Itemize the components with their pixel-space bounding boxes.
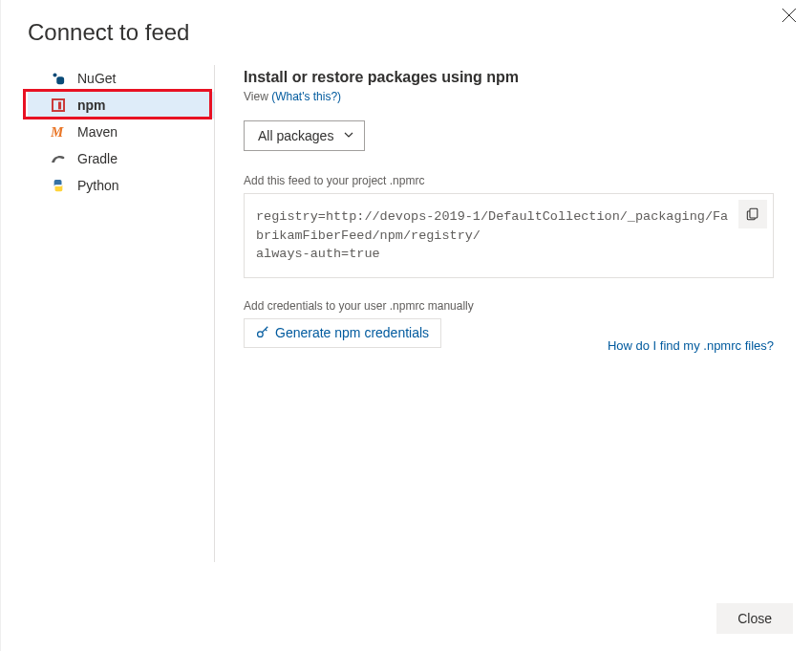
generate-credentials-label: Generate npm credentials xyxy=(275,325,429,340)
main-panel: Install or restore packages using npm Vi… xyxy=(244,65,774,581)
code-content: registry=http://devops-2019-1/DefaultCol… xyxy=(256,209,728,261)
svg-line-10 xyxy=(266,329,267,331)
npm-icon xyxy=(51,98,66,113)
section-title: Install or restore packages using npm xyxy=(244,69,774,86)
sidebar-item-gradle[interactable]: Gradle xyxy=(28,145,214,172)
sidebar-item-nuget[interactable]: NuGet xyxy=(28,65,214,92)
view-line: View (What's this?) xyxy=(244,90,774,103)
sidebar-item-python[interactable]: Python xyxy=(28,172,214,199)
sidebar-item-label: NuGet xyxy=(77,71,116,86)
close-icon-button[interactable] xyxy=(781,8,797,23)
nuget-icon xyxy=(51,71,66,86)
project-npmrc-hint: Add this feed to your project .npmrc xyxy=(244,174,774,187)
copy-icon xyxy=(746,207,759,221)
view-label: View xyxy=(244,90,268,103)
dialog-title: Connect to feed xyxy=(1,0,812,65)
svg-text:M: M xyxy=(51,125,64,139)
chevron-down-icon xyxy=(343,128,354,143)
maven-icon: M xyxy=(51,124,66,140)
gradle-icon xyxy=(51,151,66,166)
view-scope-dropdown[interactable]: All packages xyxy=(244,120,365,151)
generate-credentials-button[interactable]: Generate npm credentials xyxy=(244,318,441,348)
dialog-footer: Close xyxy=(716,603,793,634)
svg-rect-7 xyxy=(750,208,758,218)
key-icon xyxy=(256,325,269,341)
whats-this-link[interactable]: (What's this?) xyxy=(271,90,341,103)
close-icon xyxy=(781,8,797,23)
close-button[interactable]: Close xyxy=(716,603,793,634)
sidebar-item-label: npm xyxy=(77,98,106,113)
npmrc-code-block: registry=http://devops-2019-1/DefaultCol… xyxy=(244,193,774,278)
svg-point-8 xyxy=(258,332,264,337)
sidebar-item-label: Maven xyxy=(77,124,118,140)
copy-button[interactable] xyxy=(738,200,767,228)
svg-rect-3 xyxy=(56,76,64,84)
sidebar-item-npm[interactable]: npm xyxy=(28,92,214,119)
sidebar-item-label: Python xyxy=(77,178,119,193)
sidebar: NuGet npm M Maven xyxy=(28,65,214,581)
svg-point-2 xyxy=(53,73,56,76)
vertical-divider xyxy=(214,65,215,562)
connect-to-feed-dialog: Connect to feed NuGet npm xyxy=(0,0,812,651)
sidebar-item-maven[interactable]: M Maven xyxy=(28,119,214,145)
sidebar-item-label: Gradle xyxy=(77,151,118,166)
python-icon xyxy=(51,178,66,193)
svg-rect-5 xyxy=(58,102,61,110)
user-npmrc-hint: Add credentials to your user .npmrc manu… xyxy=(244,299,774,313)
find-npmrc-help-link[interactable]: How do I find my .npmrc files? xyxy=(608,338,774,353)
dropdown-value: All packages xyxy=(258,128,333,143)
